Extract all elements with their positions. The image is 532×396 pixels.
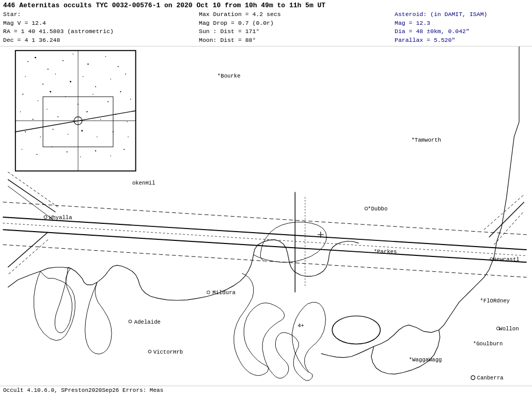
svg-line-68	[8, 240, 48, 275]
svg-line-0	[3, 217, 527, 250]
city-mildura-dot	[207, 291, 210, 294]
svg-point-35	[33, 119, 34, 120]
svg-point-19	[55, 74, 56, 75]
header-panel: 446 Aeternitas occults TYC 0032-00576-1 …	[0, 0, 532, 47]
svg-point-11	[48, 69, 49, 70]
svg-point-13	[73, 54, 74, 55]
city-wollongong: Wollon	[499, 326, 519, 332]
svg-point-45	[53, 129, 54, 130]
city-tamworth: *Tamworth	[411, 137, 441, 143]
svg-point-20	[70, 81, 71, 82]
svg-line-65	[8, 179, 55, 212]
svg-point-54	[67, 151, 68, 153]
svg-point-44	[40, 136, 41, 138]
ra: RA = 1 40 41.5803 (astrometric)	[3, 27, 199, 36]
city-victorharbor: VictorHrb	[153, 349, 183, 355]
svg-line-67	[8, 232, 48, 267]
svg-line-64	[8, 172, 58, 207]
svg-point-31	[107, 101, 108, 102]
city-adelaide-dot	[129, 320, 132, 323]
svg-line-3	[3, 245, 527, 277]
city-dubbo: *Dubbo	[368, 206, 387, 212]
svg-point-15	[105, 56, 106, 57]
city-mildura: Mildura	[212, 290, 236, 296]
svg-point-36	[46, 109, 48, 110]
svg-point-56	[95, 150, 96, 151]
svg-point-22	[95, 86, 96, 87]
svg-line-4	[3, 223, 527, 256]
svg-point-21	[83, 76, 84, 77]
city-whyalla-dot	[44, 216, 47, 219]
svg-point-25	[22, 94, 23, 95]
svg-point-57	[110, 156, 111, 157]
city-victorharbor-dot	[148, 350, 151, 353]
svg-point-48	[97, 136, 98, 138]
svg-line-2	[3, 202, 527, 235]
svg-point-23	[110, 79, 111, 80]
svg-point-9	[27, 61, 28, 62]
svg-point-40	[100, 119, 101, 120]
star-label: Star:	[3, 10, 199, 19]
page-title: 446 Aeternitas occults TYC 0032-00576-1 …	[3, 2, 529, 9]
city-canberra: Canberra	[477, 375, 504, 381]
svg-point-55	[80, 157, 81, 158]
label-4plus: 4+	[298, 323, 304, 329]
svg-point-34	[20, 111, 21, 112]
svg-point-27	[50, 91, 51, 93]
moon-info: Moon: Dist = 88°	[199, 36, 395, 45]
svg-point-30	[92, 94, 93, 95]
city-brokenhill: okenHil	[132, 180, 155, 186]
svg-point-47	[81, 130, 83, 132]
svg-point-24	[125, 73, 126, 74]
svg-point-50	[128, 136, 129, 138]
max-duration: Max Duration = 4.2 secs	[199, 10, 395, 19]
svg-point-46	[68, 134, 69, 135]
city-bourke: *Bourke	[217, 73, 241, 79]
map-area: *Bourke *Tamworth okenHil *Dubbo *Parkes…	[0, 47, 532, 386]
svg-point-37	[57, 116, 58, 117]
station-markers	[295, 192, 305, 292]
svg-point-58	[123, 149, 124, 150]
asteroid-dia: Dia = 48 ±0km, 0.042"	[395, 27, 529, 36]
svg-point-10	[35, 57, 36, 58]
svg-point-33	[130, 99, 131, 100]
dec: Dec = 4 1 36.248	[3, 36, 199, 45]
asteroid-mag: Mag = 12.3	[395, 19, 529, 28]
svg-line-69	[489, 202, 524, 237]
asteroid-label: Asteroid: (in DAMIT, ISAM)	[395, 10, 529, 19]
city-whyalla: Whyalla	[49, 215, 72, 221]
svg-point-43	[25, 131, 26, 132]
map-svg: *Bourke *Tamworth okenHil *Dubbo *Parkes…	[0, 47, 532, 386]
city-goulburn: *Goulburn	[473, 341, 503, 347]
svg-point-52	[37, 154, 38, 155]
city-adelaide: Adelaide	[134, 319, 161, 325]
svg-point-12	[62, 60, 64, 61]
svg-point-32	[120, 91, 121, 92]
mag-drop: Mag Drop = 0.7 (0.0r)	[199, 19, 395, 28]
footer-text: Occult 4.10.6.0, SPreston2020Sep26 Error…	[3, 387, 163, 393]
shadow-ellipse	[332, 316, 380, 344]
svg-point-18	[42, 84, 43, 85]
mag-v: Mag V = 12.4	[3, 19, 199, 28]
city-wagga: *WaggaWagg	[409, 357, 442, 363]
footer: Occult 4.10.6.0, SPreston2020Sep26 Error…	[0, 386, 532, 396]
parallax: Parallax = 5.520"	[395, 36, 529, 45]
svg-point-17	[25, 76, 26, 77]
svg-point-14	[87, 64, 88, 65]
sun-info: Sun : Dist = 171°	[199, 27, 395, 36]
city-florodney: *FlORdney	[480, 298, 510, 304]
city-newcastle: Newcastl	[493, 256, 520, 263]
city-canberra-dot	[471, 376, 475, 380]
svg-point-26	[38, 100, 39, 101]
city-parkes: *Parkes	[374, 249, 397, 255]
svg-point-42	[127, 121, 128, 123]
svg-line-66	[8, 186, 53, 220]
star-finder-box	[15, 51, 136, 171]
svg-line-1	[3, 230, 527, 262]
svg-point-51	[22, 149, 23, 150]
svg-point-16	[118, 66, 119, 67]
svg-point-39	[86, 111, 87, 112]
